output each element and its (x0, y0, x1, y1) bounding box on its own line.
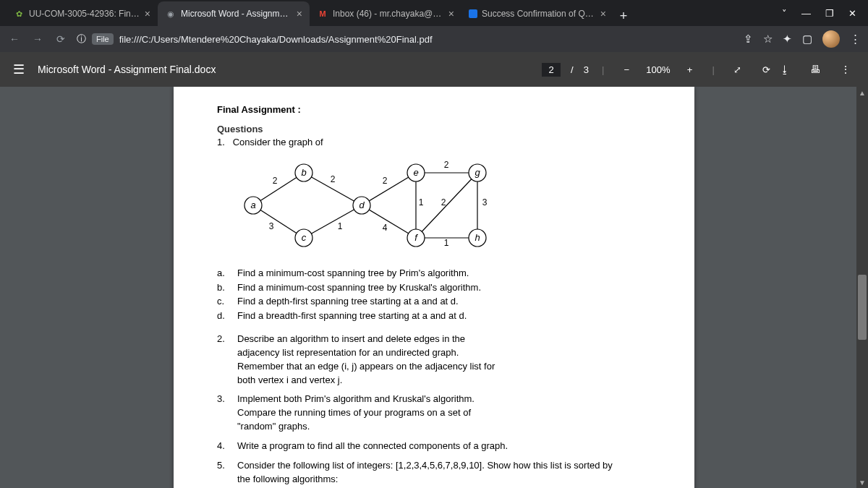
pdf-page: Final Assignment : Questions 1. Consider… (174, 87, 694, 488)
svg-text:1: 1 (419, 197, 424, 207)
tab-title: Inbox (46) - mr.chayaka@gmail.c (333, 9, 444, 19)
svg-text:c: c (302, 232, 307, 243)
tab-1[interactable]: ◉ Microsoft Word - Assignment Fin × (158, 1, 310, 26)
q2: 2.Describe an algorithm to insert and de… (217, 333, 651, 387)
scroll-up-icon[interactable]: ▲ (856, 87, 868, 98)
tab-close-icon[interactable]: × (297, 8, 302, 20)
share-icon[interactable]: ⇪ (744, 33, 753, 46)
file-chip: File (92, 33, 114, 45)
svg-text:1: 1 (444, 238, 449, 248)
tab-title: Microsoft Word - Assignment Fin (181, 9, 292, 19)
site-info-icon[interactable]: ⓘ (77, 33, 86, 46)
svg-text:e: e (413, 167, 418, 178)
address-bar: ← → ⟳ ⓘ File file:///C:/Users/Mtendere%2… (0, 26, 868, 52)
more-actions-icon[interactable]: ⋮ (836, 60, 855, 79)
bookmark-icon[interactable]: ☆ (763, 33, 773, 46)
forward-button[interactable]: → (30, 32, 45, 46)
q1: 1. Consider the graph of (217, 137, 651, 147)
chevron-down-icon[interactable]: ˅ (782, 8, 787, 19)
tab-2[interactable]: M Inbox (46) - mr.chayaka@gmail.c × (310, 1, 461, 26)
svg-text:a: a (250, 200, 255, 210)
back-button[interactable]: ← (7, 32, 22, 46)
tab-close-icon[interactable]: × (600, 8, 606, 20)
q3: 3.Implement both Prim's algorithm and Kr… (217, 393, 651, 434)
graph-figure: abc def gh 23 21 24 12 21 3 (231, 155, 506, 249)
tab-0[interactable]: ✿ UU-COM-3005-42936: Final Assig × (6, 1, 158, 26)
scrollbar-thumb[interactable] (858, 275, 867, 340)
svg-text:3: 3 (269, 221, 274, 231)
svg-text:2: 2 (331, 174, 336, 184)
pdf-viewport[interactable]: Final Assignment : Questions 1. Consider… (0, 87, 868, 488)
scroll-down-icon[interactable]: ▼ (856, 476, 868, 488)
toolbar-right: ⇪ ☆ ✦ ▢ ⋮ (744, 30, 861, 48)
svg-text:2: 2 (441, 197, 446, 207)
favicon: ✿ (13, 8, 25, 20)
download-icon[interactable]: ⭳ (775, 60, 794, 79)
favicon: ◉ (165, 8, 176, 20)
zoom-in-button[interactable]: + (681, 60, 699, 79)
minimize-icon[interactable]: ― (801, 8, 811, 19)
svg-text:d: d (359, 200, 365, 210)
q5: 5.Consider the following list of integer… (217, 459, 651, 487)
side-panel-icon[interactable]: ▢ (802, 33, 812, 46)
page-sep: / (571, 64, 574, 75)
kebab-menu-icon[interactable]: ⋮ (850, 33, 861, 46)
svg-line-5 (362, 205, 416, 238)
close-window-icon[interactable]: ✕ (848, 8, 856, 19)
svg-text:3: 3 (482, 197, 488, 207)
svg-line-4 (362, 173, 416, 205)
toolbar-right-pdf: ⭳ 🖶 ⋮ (775, 60, 855, 79)
url-box[interactable]: ⓘ File file:///C:/Users/Mtendere%20Chaya… (77, 33, 735, 46)
svg-text:2: 2 (444, 160, 449, 170)
svg-line-8 (416, 173, 477, 238)
url-text: file:///C:/Users/Mtendere%20Chayaka/Down… (119, 34, 433, 45)
browser-titlebar: ✿ UU-COM-3005-42936: Final Assig × ◉ Mic… (0, 0, 868, 26)
questions-label: Questions (217, 124, 651, 134)
svg-text:1: 1 (338, 221, 343, 231)
page-number-input[interactable]: 2 (542, 63, 561, 77)
favicon (469, 9, 477, 18)
svg-line-3 (304, 205, 362, 238)
svg-text:2: 2 (383, 176, 388, 186)
zoom-out-button[interactable]: − (617, 60, 636, 79)
svg-text:g: g (475, 167, 480, 178)
rotate-icon[interactable]: ⟳ (757, 60, 775, 79)
maximize-icon[interactable]: ❐ (825, 8, 834, 19)
toolbar-center: 2 / 3 | − 100% + | ⤢ ⟳ (542, 60, 775, 79)
extensions-icon[interactable]: ✦ (783, 33, 792, 46)
q4: 4.Write a program to find all the connec… (217, 440, 651, 453)
svg-text:h: h (475, 232, 480, 243)
pdf-toolbar: ☰ Microsoft Word - Assignment Final.docx… (0, 52, 868, 87)
print-icon[interactable]: 🖶 (806, 60, 825, 79)
doc-heading: Final Assignment : (217, 104, 651, 115)
tab-strip: ✿ UU-COM-3005-42936: Final Assig × ◉ Mic… (6, 1, 760, 26)
scrollbar-track[interactable]: ▲ ▼ (856, 87, 868, 488)
tab-title: Success Confirmation of Question (482, 9, 596, 19)
fit-page-icon[interactable]: ⤢ (728, 60, 746, 79)
svg-text:b: b (301, 167, 306, 178)
tab-title: UU-COM-3005-42936: Final Assig (29, 9, 140, 19)
svg-text:4: 4 (383, 223, 388, 233)
tab-close-icon[interactable]: × (448, 8, 454, 20)
zoom-level: 100% (646, 64, 670, 75)
tab-3[interactable]: Success Confirmation of Question × (461, 1, 613, 26)
q1-subparts: a.Find a minimum-cost spanning tree by P… (217, 266, 651, 322)
gmail-icon: M (317, 8, 328, 20)
tab-close-icon[interactable]: × (145, 8, 150, 20)
new-tab-button[interactable]: + (613, 6, 634, 26)
document-title: Microsoft Word - Assignment Final.docx (38, 64, 542, 75)
page-total: 3 (584, 64, 589, 75)
profile-avatar[interactable] (822, 30, 840, 48)
svg-text:2: 2 (273, 176, 278, 186)
reload-button[interactable]: ⟳ (54, 32, 68, 46)
window-controls: ˅ ― ❐ ✕ (760, 8, 868, 26)
menu-icon[interactable]: ☰ (13, 61, 25, 77)
